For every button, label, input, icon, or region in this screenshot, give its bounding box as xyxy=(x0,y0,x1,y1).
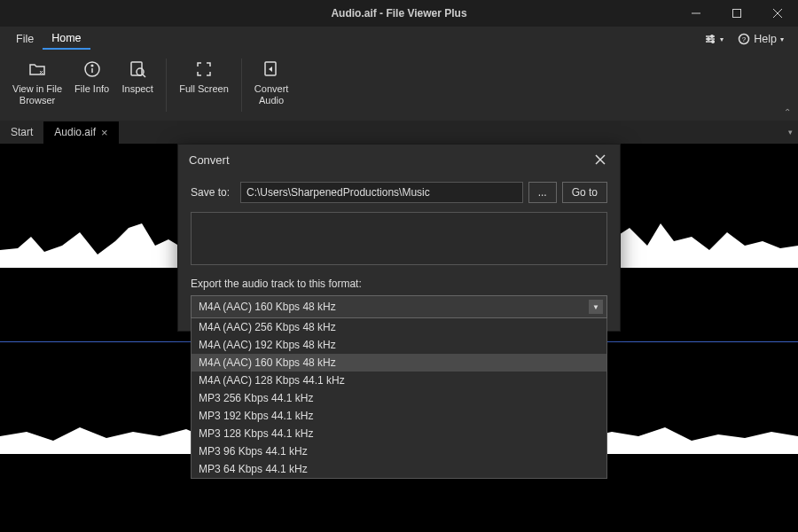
format-option[interactable]: MP3 64 Kbps 44.1 kHz xyxy=(192,460,606,478)
svg-point-9 xyxy=(712,41,714,43)
browse-button[interactable]: ... xyxy=(528,182,557,203)
fullscreen-button[interactable]: Full Screen xyxy=(174,55,234,98)
convert-icon xyxy=(261,59,282,80)
goto-button[interactable]: Go to xyxy=(562,182,607,203)
dialog-title: Convert xyxy=(189,153,230,167)
format-option[interactable]: M4A (AAC) 192 Kbps 48 kHz xyxy=(192,336,606,354)
format-option[interactable]: M4A (AAC) 160 Kbps 48 kHz xyxy=(192,354,606,372)
tabbar: Start Audio.aif × ▾ xyxy=(0,121,798,144)
inspect-icon xyxy=(127,59,148,80)
help-button[interactable]: ? Help ▾ xyxy=(731,29,791,49)
view-in-browser-button[interactable]: View in File Browser xyxy=(7,55,67,110)
fullscreen-icon xyxy=(193,59,215,80)
svg-line-17 xyxy=(143,74,145,77)
format-option[interactable]: MP3 256 Kbps 44.1 kHz xyxy=(192,389,606,407)
ribbon: View in File Browser File Info Inspect F… xyxy=(0,51,798,121)
svg-text:?: ? xyxy=(742,35,747,43)
format-dropdown: M4A (AAC) 256 Kbps 48 kHzM4A (AAC) 192 K… xyxy=(191,318,607,479)
ribbon-separator xyxy=(241,59,242,112)
titlebar: Audio.aif - File Viewer Plus xyxy=(0,0,798,27)
format-option[interactable]: M4A (AAC) 256 Kbps 48 kHz xyxy=(192,318,606,336)
window-controls xyxy=(676,0,798,27)
menu-home[interactable]: Home xyxy=(43,28,90,50)
convert-audio-button[interactable]: Convert Audio xyxy=(249,55,294,110)
menubar: File Home ▾ ? Help ▾ xyxy=(0,27,798,51)
info-icon xyxy=(82,59,103,80)
svg-rect-1 xyxy=(733,10,741,18)
format-label: Export the audio track to this format: xyxy=(191,278,607,290)
svg-point-8 xyxy=(708,38,709,40)
inspect-button[interactable]: Inspect xyxy=(116,55,159,98)
save-to-label: Save to: xyxy=(191,186,235,199)
maximize-button[interactable] xyxy=(716,0,757,27)
help-label: Help xyxy=(754,33,777,45)
dialog-titlebar: Convert xyxy=(178,145,620,175)
preview-area xyxy=(191,212,607,265)
ribbon-collapse-icon[interactable]: ⌃ xyxy=(784,107,791,117)
tab-audio-aif[interactable]: Audio.aif × xyxy=(43,121,118,144)
format-combo[interactable]: M4A (AAC) 160 Kbps 48 kHz ▼ M4A (AAC) 25… xyxy=(191,295,607,318)
minimize-button[interactable] xyxy=(676,0,716,27)
chevron-down-icon: ▼ xyxy=(589,300,603,314)
format-option[interactable]: MP3 128 Kbps 44.1 kHz xyxy=(192,425,606,442)
svg-point-7 xyxy=(711,35,713,37)
close-button[interactable] xyxy=(757,0,798,27)
svg-point-16 xyxy=(137,68,144,75)
tab-close-icon[interactable]: × xyxy=(101,126,108,139)
ribbon-separator xyxy=(166,59,167,112)
save-to-input[interactable] xyxy=(240,182,523,203)
file-info-button[interactable]: File Info xyxy=(69,55,114,98)
svg-point-14 xyxy=(91,65,93,66)
format-selected-value: M4A (AAC) 160 Kbps 48 kHz xyxy=(199,301,336,313)
tab-start[interactable]: Start xyxy=(0,121,43,143)
menu-file[interactable]: File xyxy=(7,29,43,49)
convert-dialog: Convert Save to: ... Go to Export the au… xyxy=(177,144,621,332)
settings-icon[interactable]: ▾ xyxy=(697,29,731,49)
folder-icon xyxy=(27,59,48,80)
format-option[interactable]: M4A (AAC) 128 Kbps 44.1 kHz xyxy=(192,372,606,389)
tab-overflow-icon[interactable]: ▾ xyxy=(788,128,793,137)
format-option[interactable]: MP3 192 Kbps 44.1 kHz xyxy=(192,407,606,425)
dialog-close-button[interactable] xyxy=(591,151,609,168)
format-option[interactable]: MP3 96 Kbps 44.1 kHz xyxy=(192,442,606,460)
